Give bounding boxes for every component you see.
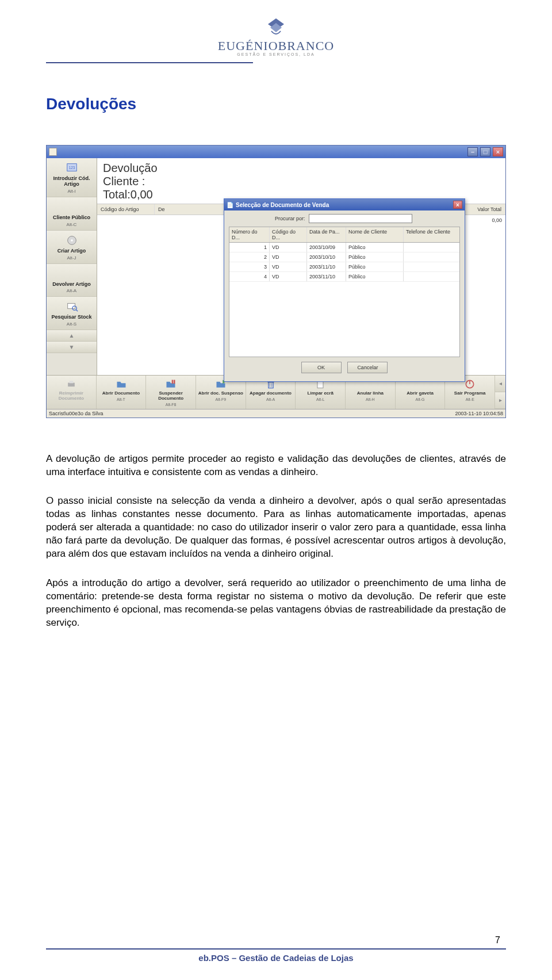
dialog-icon: 📄 (227, 202, 233, 208)
svg-rect-9 (172, 380, 174, 384)
bottom-suspend[interactable]: Suspender DocumentoAlt-F8 (146, 376, 196, 409)
grid-col-numero: Número do D... (229, 227, 270, 242)
sidebar-item-label: Criar Artigo (49, 248, 94, 254)
dialog-titlebar: 📄 Selecção de Documento de Venda × (224, 199, 465, 210)
cell-data: 2003/11/10 (307, 272, 346, 281)
sidebar-item-label: Devolver Artigo (49, 282, 94, 288)
sidebar-item-label: Cliente Público (49, 215, 94, 221)
main-header: Devolução Cliente : Total:0,00 (97, 158, 505, 204)
svg-rect-7 (68, 383, 75, 387)
titlebar: – □ × (47, 146, 505, 158)
cancel-button[interactable]: Cancelar (347, 362, 388, 373)
footer: eb.POS – Gestão de Cadeias de Lojas (46, 948, 506, 963)
svg-rect-10 (174, 380, 175, 384)
sidebar-pesquisar-stock[interactable]: Pesquisar Stock Alt-S (47, 297, 97, 330)
header-line-devolucao: Devolução (103, 162, 500, 175)
sidebar: 123 Introduzir Cód. Artigo Alt-I Cliente… (47, 158, 97, 375)
bottom-shortcut: Alt-T (98, 397, 144, 401)
cell-cod: VD (270, 272, 307, 281)
bottom-shortcut: Alt-E (447, 397, 493, 401)
paragraph: A devolução de artigos permite proceder … (46, 453, 506, 479)
bottom-shortcut: Alt-F8 (148, 403, 194, 407)
dialog-title: Selecção de Documento de Venda (236, 202, 329, 208)
bottom-open[interactable]: Abrir DocumentoAlt-T (97, 376, 147, 409)
search-input[interactable] (309, 214, 412, 223)
paragraph: O passo inicial consiste na selecção da … (46, 495, 506, 561)
cell-nome: Público (346, 262, 404, 271)
toolbar-left-arrow[interactable]: ◂ (495, 376, 505, 392)
page-heading: Devoluções (46, 95, 506, 113)
cell-tel (404, 252, 459, 262)
cell-num: 3 (229, 262, 270, 271)
document-grid[interactable]: Número do D... Código do D... Data de Pa… (229, 227, 460, 357)
return-icon (65, 267, 79, 280)
sidebar-cliente-publico[interactable]: Cliente Público Alt-C (47, 197, 97, 231)
bottom-label: Reimprimir Documento (48, 391, 94, 401)
bottom-shortcut: Alt-H (347, 397, 393, 401)
disc-icon (65, 234, 79, 247)
grid-row[interactable]: 1VD2003/10/09Público (229, 243, 459, 252)
grid-col-data: Data de Pa... (307, 227, 346, 242)
sidebar-shortcut: Alt-S (49, 321, 94, 327)
cell-data: 2003/11/10 (307, 262, 346, 271)
status-user: Sacrist\u00e3o da Silva (49, 411, 103, 416)
close-button[interactable]: × (493, 147, 503, 156)
status-datetime: 2003-11-10 10:04:58 (455, 411, 503, 416)
row-total: 0,00 (465, 215, 505, 225)
grid-col-codigo: Código do D... (270, 227, 307, 242)
bottom-label: Limpar ecrã (297, 391, 343, 396)
col-valor: Valor Total (465, 204, 505, 215)
grid-row[interactable]: 3VD2003/11/10Público (229, 262, 459, 272)
cell-nome: Público (346, 243, 404, 252)
sidebar-criar-artigo[interactable]: Criar Artigo Alt-J (47, 231, 97, 264)
sidebar-devolver-artigo[interactable]: Devolver Artigo Alt-A (47, 264, 97, 297)
cell-nome: Público (346, 252, 404, 262)
bottom-shortcut: Alt-L (297, 397, 343, 401)
sidebar-up-arrow[interactable]: ▲ (47, 330, 97, 342)
bottom-label: Abrir gaveta (397, 391, 443, 396)
cell-num: 4 (229, 272, 270, 281)
bottom-shortcut: Alt-F9 (198, 397, 244, 401)
code-icon: 123 (65, 162, 79, 174)
suspend-icon (164, 378, 177, 390)
cell-cod: VD (270, 252, 307, 262)
search-label: Procurar por: (275, 216, 305, 221)
svg-rect-8 (69, 381, 73, 383)
page-number: 7 (495, 935, 500, 945)
search-icon (65, 300, 79, 313)
open-icon (115, 378, 128, 390)
sidebar-intro-codigo[interactable]: 123 Introduzir Cód. Artigo Alt-I (47, 158, 97, 197)
bottom-label: Sair Programa (447, 391, 493, 396)
cell-tel (404, 272, 459, 281)
col-codigo: Código do Artigo (97, 204, 155, 215)
cell-num: 1 (229, 243, 270, 252)
sidebar-item-label: Introduzir Cód. Artigo (49, 176, 94, 187)
toolbar-right-arrow[interactable]: ▸ (495, 392, 505, 409)
bottom-label: Anular linha (347, 391, 393, 396)
cell-data: 2003/10/09 (307, 243, 346, 252)
print-icon (65, 378, 78, 390)
cell-cod: VD (270, 262, 307, 271)
paragraph: Após a introdução do artigo a devolver, … (46, 577, 506, 630)
grid-row[interactable]: 4VD2003/11/10Público (229, 272, 459, 282)
logo-name: EUGÉNIOBRANCO (46, 39, 506, 53)
grid-row[interactable]: 2VD2003/10/10Público (229, 252, 459, 262)
dialog-close-button[interactable]: × (453, 201, 462, 209)
header-rule (46, 62, 253, 63)
statusbar: Sacrist\u00e3o da Silva 2003-11-10 10:04… (47, 409, 505, 418)
minimize-button[interactable]: – (467, 147, 478, 156)
maximize-button[interactable]: □ (480, 147, 490, 156)
svg-line-6 (76, 310, 78, 312)
sidebar-shortcut: Alt-C (49, 222, 94, 227)
company-logo: EUGÉNIOBRANCO GESTÃO E SERVIÇOS, LDA (46, 17, 506, 56)
select-document-dialog: 📄 Selecção de Documento de Venda × Procu… (224, 198, 465, 382)
svg-point-3 (71, 239, 73, 242)
app-window: – □ × 123 Introduzir Cód. Artigo Alt-I C… (46, 145, 506, 418)
bottom-label: Abrir doc. Suspenso (198, 391, 244, 396)
sidebar-down-arrow[interactable]: ▼ (47, 342, 97, 353)
sidebar-item-label: Pesquisar Stock (49, 315, 94, 320)
ok-button[interactable]: OK (301, 362, 342, 373)
bottom-label: Suspender Documento (148, 391, 194, 401)
cell-tel (404, 243, 459, 252)
bottom-print: Reimprimir Documento (47, 376, 97, 409)
